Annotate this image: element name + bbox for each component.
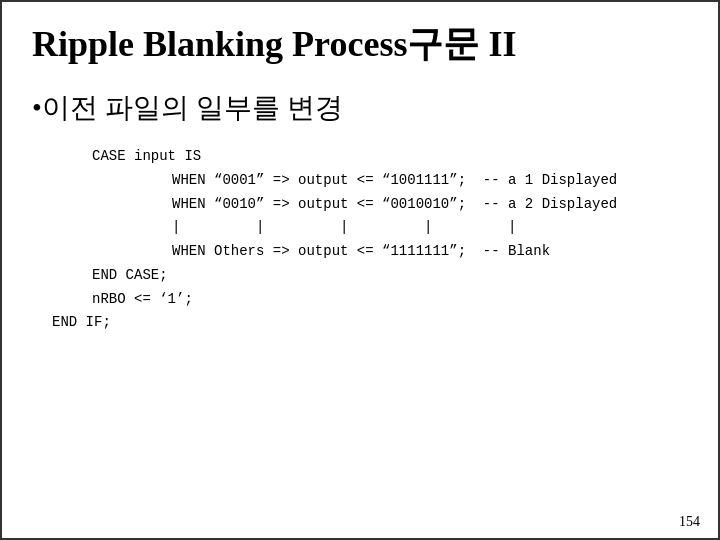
nrbo-line: nRBO <= ‘1’; [92,288,688,312]
code-block: CASE input IS WHEN “0001” => output <= “… [92,145,688,312]
slide-container: Ripple Blanking Process구문 II •이전 파일의 일부를… [0,0,720,540]
bullet-item: •이전 파일의 일부를 변경 [32,89,688,127]
content-area: •이전 파일의 일부를 변경 CASE input IS WHEN “0001”… [2,79,718,538]
end-if-line: END IF; [52,314,688,330]
when-others-line: WHEN Others => output <= “1111111”; -- B… [172,240,688,264]
when2-line: WHEN “0010” => output <= “0010010”; -- a… [172,193,688,217]
separator-line: | | | | | [172,216,688,240]
when1-line: WHEN “0001” => output <= “1001111”; -- a… [172,169,688,193]
end-if-outer: END IF; [52,314,688,330]
slide-title: Ripple Blanking Process구문 II [32,24,516,64]
page-number: 154 [679,514,700,530]
bullet-text: •이전 파일의 일부를 변경 [32,89,343,127]
title-area: Ripple Blanking Process구문 II [2,2,718,79]
case-input-line: CASE input IS [92,145,688,169]
end-case-line: END CASE; [92,264,688,288]
